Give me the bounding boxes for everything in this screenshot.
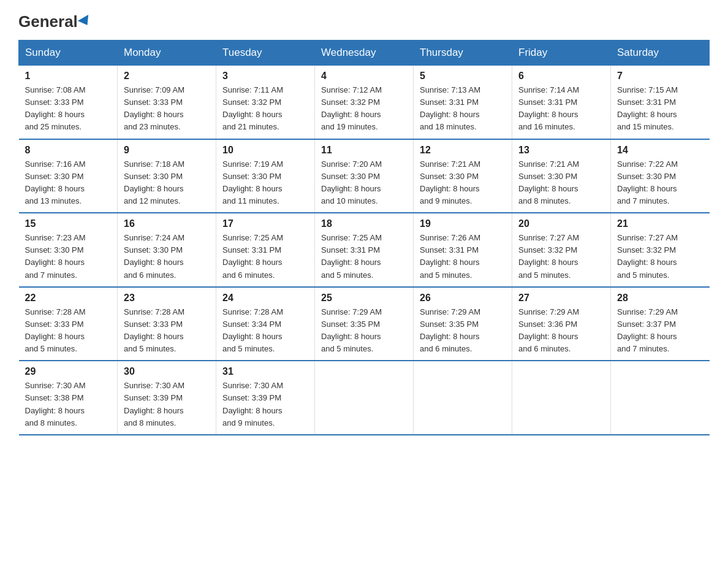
day-info: Sunrise: 7:29 AMSunset: 3:35 PMDaylight:…: [321, 306, 407, 356]
day-info: Sunrise: 7:22 AMSunset: 3:30 PMDaylight:…: [617, 158, 703, 208]
day-number: 20: [518, 218, 604, 229]
calendar-cell: 31Sunrise: 7:30 AMSunset: 3:39 PMDayligh…: [216, 361, 315, 435]
calendar-cell: 16Sunrise: 7:24 AMSunset: 3:30 PMDayligh…: [118, 213, 216, 287]
day-info: Sunrise: 7:09 AMSunset: 3:33 PMDaylight:…: [124, 84, 210, 134]
day-number: 22: [25, 293, 112, 304]
calendar-cell: 19Sunrise: 7:26 AMSunset: 3:31 PMDayligh…: [414, 213, 512, 287]
calendar-cell: 23Sunrise: 7:28 AMSunset: 3:33 PMDayligh…: [118, 287, 216, 361]
day-number: 16: [124, 218, 210, 229]
day-info: Sunrise: 7:24 AMSunset: 3:30 PMDaylight:…: [124, 232, 210, 282]
calendar-cell: 21Sunrise: 7:27 AMSunset: 3:32 PMDayligh…: [611, 213, 710, 287]
day-info: Sunrise: 7:19 AMSunset: 3:30 PMDaylight:…: [222, 158, 308, 208]
day-info: Sunrise: 7:25 AMSunset: 3:31 PMDaylight:…: [222, 232, 308, 282]
day-number: 8: [25, 145, 112, 156]
day-info: Sunrise: 7:14 AMSunset: 3:31 PMDaylight:…: [518, 84, 604, 134]
day-info: Sunrise: 7:28 AMSunset: 3:34 PMDaylight:…: [222, 306, 308, 356]
day-number: 31: [222, 366, 308, 377]
day-info: Sunrise: 7:29 AMSunset: 3:37 PMDaylight:…: [617, 306, 703, 356]
day-number: 7: [617, 71, 703, 82]
calendar-cell: 8Sunrise: 7:16 AMSunset: 3:30 PMDaylight…: [19, 139, 118, 213]
day-info: Sunrise: 7:30 AMSunset: 3:39 PMDaylight:…: [222, 380, 308, 429]
calendar-cell: 29Sunrise: 7:30 AMSunset: 3:38 PMDayligh…: [19, 361, 118, 435]
day-info: Sunrise: 7:30 AMSunset: 3:38 PMDaylight:…: [25, 380, 112, 429]
day-number: 12: [420, 145, 506, 156]
calendar-cell: [512, 361, 611, 435]
day-number: 29: [25, 366, 112, 377]
day-info: Sunrise: 7:27 AMSunset: 3:32 PMDaylight:…: [617, 232, 703, 282]
day-number: 21: [617, 218, 703, 229]
col-header-tuesday: Tuesday: [216, 40, 315, 66]
day-number: 26: [420, 293, 506, 304]
calendar-week-row: 8Sunrise: 7:16 AMSunset: 3:30 PMDaylight…: [19, 139, 710, 213]
calendar-week-row: 1Sunrise: 7:08 AMSunset: 3:33 PMDaylight…: [19, 66, 710, 139]
calendar-cell: 22Sunrise: 7:28 AMSunset: 3:33 PMDayligh…: [19, 287, 118, 361]
logo-triangle-icon: [78, 15, 93, 28]
calendar-cell: 11Sunrise: 7:20 AMSunset: 3:30 PMDayligh…: [315, 139, 414, 213]
calendar-cell: 3Sunrise: 7:11 AMSunset: 3:32 PMDaylight…: [216, 66, 315, 139]
day-number: 4: [321, 71, 407, 82]
day-info: Sunrise: 7:29 AMSunset: 3:36 PMDaylight:…: [518, 306, 604, 356]
calendar-cell: 14Sunrise: 7:22 AMSunset: 3:30 PMDayligh…: [611, 139, 710, 213]
calendar-cell: 25Sunrise: 7:29 AMSunset: 3:35 PMDayligh…: [315, 287, 414, 361]
calendar-header-row: SundayMondayTuesdayWednesdayThursdayFrid…: [19, 40, 710, 66]
col-header-friday: Friday: [512, 40, 611, 66]
calendar-week-row: 22Sunrise: 7:28 AMSunset: 3:33 PMDayligh…: [19, 287, 710, 361]
day-number: 30: [124, 366, 210, 377]
calendar-cell: 12Sunrise: 7:21 AMSunset: 3:30 PMDayligh…: [414, 139, 512, 213]
logo: General: [18, 12, 91, 29]
calendar-cell: 9Sunrise: 7:18 AMSunset: 3:30 PMDaylight…: [118, 139, 216, 213]
day-info: Sunrise: 7:16 AMSunset: 3:30 PMDaylight:…: [25, 158, 112, 208]
day-info: Sunrise: 7:08 AMSunset: 3:33 PMDaylight:…: [25, 84, 112, 134]
day-number: 2: [124, 71, 210, 82]
day-number: 1: [25, 71, 112, 82]
calendar-cell: 30Sunrise: 7:30 AMSunset: 3:39 PMDayligh…: [118, 361, 216, 435]
day-info: Sunrise: 7:30 AMSunset: 3:39 PMDaylight:…: [124, 380, 210, 429]
day-info: Sunrise: 7:25 AMSunset: 3:31 PMDaylight:…: [321, 232, 407, 282]
calendar-cell: [611, 361, 710, 435]
day-number: 17: [222, 218, 308, 229]
day-number: 18: [321, 218, 407, 229]
col-header-thursday: Thursday: [414, 40, 512, 66]
day-number: 11: [321, 145, 407, 156]
day-number: 3: [222, 71, 308, 82]
calendar-cell: 18Sunrise: 7:25 AMSunset: 3:31 PMDayligh…: [315, 213, 414, 287]
calendar-cell: 15Sunrise: 7:23 AMSunset: 3:30 PMDayligh…: [19, 213, 118, 287]
day-number: 6: [518, 71, 604, 82]
logo-general: General: [18, 12, 91, 31]
day-info: Sunrise: 7:27 AMSunset: 3:32 PMDaylight:…: [518, 232, 604, 282]
calendar-week-row: 29Sunrise: 7:30 AMSunset: 3:38 PMDayligh…: [19, 361, 710, 435]
calendar-cell: 5Sunrise: 7:13 AMSunset: 3:31 PMDaylight…: [414, 66, 512, 139]
calendar-cell: 20Sunrise: 7:27 AMSunset: 3:32 PMDayligh…: [512, 213, 611, 287]
day-number: 14: [617, 145, 703, 156]
day-info: Sunrise: 7:11 AMSunset: 3:32 PMDaylight:…: [222, 84, 308, 134]
day-info: Sunrise: 7:12 AMSunset: 3:32 PMDaylight:…: [321, 84, 407, 134]
day-number: 25: [321, 293, 407, 304]
day-info: Sunrise: 7:15 AMSunset: 3:31 PMDaylight:…: [617, 84, 703, 134]
day-info: Sunrise: 7:20 AMSunset: 3:30 PMDaylight:…: [321, 158, 407, 208]
day-number: 13: [518, 145, 604, 156]
col-header-wednesday: Wednesday: [315, 40, 414, 66]
day-info: Sunrise: 7:28 AMSunset: 3:33 PMDaylight:…: [25, 306, 112, 356]
day-number: 9: [124, 145, 210, 156]
calendar-cell: 28Sunrise: 7:29 AMSunset: 3:37 PMDayligh…: [611, 287, 710, 361]
day-number: 5: [420, 71, 506, 82]
calendar-cell: 2Sunrise: 7:09 AMSunset: 3:33 PMDaylight…: [118, 66, 216, 139]
day-number: 23: [124, 293, 210, 304]
calendar-cell: 27Sunrise: 7:29 AMSunset: 3:36 PMDayligh…: [512, 287, 611, 361]
day-info: Sunrise: 7:13 AMSunset: 3:31 PMDaylight:…: [420, 84, 506, 134]
day-info: Sunrise: 7:26 AMSunset: 3:31 PMDaylight:…: [420, 232, 506, 282]
col-header-saturday: Saturday: [611, 40, 710, 66]
day-info: Sunrise: 7:18 AMSunset: 3:30 PMDaylight:…: [124, 158, 210, 208]
calendar-cell: [315, 361, 414, 435]
calendar-cell: 24Sunrise: 7:28 AMSunset: 3:34 PMDayligh…: [216, 287, 315, 361]
calendar-cell: 10Sunrise: 7:19 AMSunset: 3:30 PMDayligh…: [216, 139, 315, 213]
col-header-monday: Monday: [118, 40, 216, 66]
day-info: Sunrise: 7:21 AMSunset: 3:30 PMDaylight:…: [420, 158, 506, 208]
page-header: General: [18, 12, 710, 29]
calendar-cell: 7Sunrise: 7:15 AMSunset: 3:31 PMDaylight…: [611, 66, 710, 139]
day-number: 27: [518, 293, 604, 304]
calendar-week-row: 15Sunrise: 7:23 AMSunset: 3:30 PMDayligh…: [19, 213, 710, 287]
day-number: 24: [222, 293, 308, 304]
day-info: Sunrise: 7:23 AMSunset: 3:30 PMDaylight:…: [25, 232, 112, 282]
day-info: Sunrise: 7:29 AMSunset: 3:35 PMDaylight:…: [420, 306, 506, 356]
